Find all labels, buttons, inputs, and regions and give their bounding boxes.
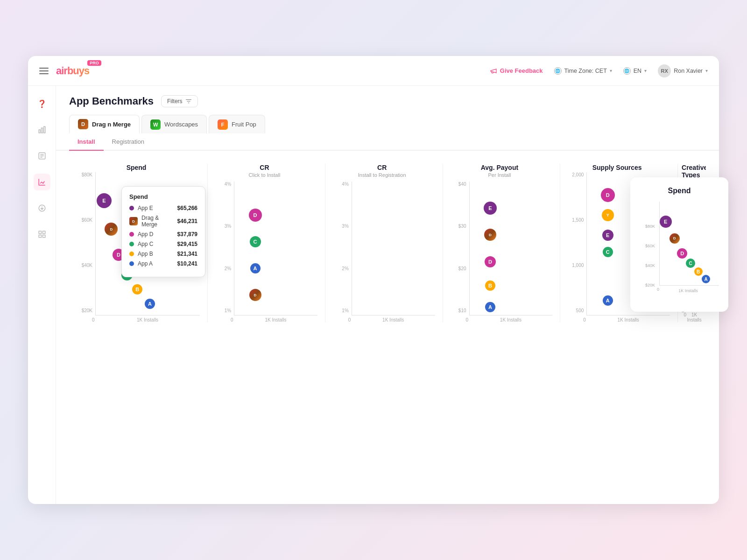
plot-area-cr-install: 0	[352, 182, 435, 315]
tooltip-row-c: App C $29,415	[129, 241, 197, 247]
tooltip-row-dm: D Drag & Merge $46,231	[129, 215, 197, 228]
app-tab-drag-n-merge[interactable]: D Drag n Merge	[69, 115, 140, 133]
svg-rect-0	[39, 130, 40, 133]
spend-tooltip: Spend App E $65,266 D Drag	[121, 186, 205, 277]
bubble-sup-top: Y	[602, 209, 614, 221]
sub-tab-install[interactable]: Install	[69, 133, 104, 151]
bubble-pay-E: E	[484, 202, 497, 215]
charts-area: Spend $80K $60K $40K $20K 0	[56, 151, 719, 504]
scatter-spend: $80K $60K $40K $20K 0 E D	[73, 172, 200, 322]
tooltip-dot-b	[129, 252, 134, 256]
fp-bubble-B: B	[694, 267, 703, 276]
plot-area-avg-payout: 0 E D D B A	[469, 182, 553, 315]
bubble-A-spend: A	[145, 299, 155, 309]
chart-avg-payout: Avg. Payout Per Install $40 $30 $20 $10	[443, 164, 561, 322]
app-tabs: D Drag n Merge W Wordscapes F Fruit Pop	[56, 107, 719, 133]
y-axis-spend: $80K $60K $40K $20K	[73, 172, 95, 322]
filters-label: Filters	[167, 98, 183, 105]
chart-title-cr-install: CR	[329, 164, 435, 171]
user-menu[interactable]: RX Ron Xavier ▾	[658, 64, 708, 77]
svg-rect-11	[42, 235, 45, 238]
bubble-sup-A: A	[603, 295, 613, 306]
svg-rect-8	[39, 231, 41, 233]
chart-subtitle-avg-payout: Per Install	[447, 172, 553, 178]
sidebar-item-analytics[interactable]	[34, 121, 50, 138]
tooltip-row-b: App B $21,341	[129, 251, 197, 257]
page-header: App Benchmarks Filters	[56, 86, 719, 107]
fp-bubble-A: A	[702, 275, 710, 283]
bubble-cr-DM: D	[249, 289, 261, 301]
x-label-creative: 1K Installs	[687, 312, 702, 322]
tooltip-app-icon-dm: D	[129, 217, 138, 225]
sidebar-item-help[interactable]: ❓	[34, 95, 50, 112]
bubble-E: E	[97, 193, 112, 208]
bubble-sup-C: C	[603, 247, 613, 257]
chart-title-spend: Spend	[73, 164, 200, 171]
svg-rect-10	[39, 235, 41, 238]
x-label-cr-install: 1K Installs	[352, 317, 435, 322]
chevron-down-icon-2: ▾	[644, 68, 647, 73]
chevron-down-icon: ▾	[610, 68, 612, 73]
chart-subtitle-cr-click: Click to Install	[211, 172, 317, 178]
timezone-selector[interactable]: 🌐 Time Zone: CET ▾	[554, 67, 612, 75]
sidebar-item-grid[interactable]	[34, 226, 50, 243]
charts-row: Spend $80K $60K $40K $20K 0	[69, 164, 706, 322]
svg-rect-9	[42, 231, 45, 233]
x-label-avg-payout: 1K Installs	[469, 317, 553, 322]
tooltip-row-a: App A $10,241	[129, 260, 197, 267]
hamburger-icon[interactable]	[39, 68, 49, 74]
logo-badge: PRO	[87, 60, 101, 66]
sub-tabs: Install Registration	[56, 133, 719, 151]
main-window: airbuys PRO Give Feedback 🌐 Time Zone: C…	[28, 56, 719, 504]
bubble-cr-D: D	[249, 209, 262, 222]
chart-title-creative: Creative Types	[682, 164, 698, 179]
tooltip-row: App E $65,266	[129, 205, 197, 211]
fp-x-label: 1K Installs	[657, 288, 719, 293]
y-axis-supply: 2,000 1,500 1,000 500	[564, 172, 586, 322]
scatter-cr-install: 4% 3% 2% 1% 0 1K Installs	[329, 182, 435, 322]
app-icon-wordscapes: W	[150, 119, 161, 130]
feedback-button[interactable]: Give Feedback	[490, 67, 543, 75]
tooltip-row-d: App D $37,879	[129, 231, 197, 238]
app-tab-label: Drag n Merge	[92, 121, 131, 128]
fp-bubble-E: E	[660, 216, 672, 228]
scatter-cr-click: 4% 3% 2% 1% 0 D C A	[211, 182, 317, 322]
floating-spend-panel: Spend $80K $60K $40K $20K 0 E D D	[630, 177, 719, 312]
x-label-supply: 1K Installs	[586, 317, 670, 322]
navbar: airbuys PRO Give Feedback 🌐 Time Zone: C…	[28, 56, 719, 86]
app-tab-fruit-pop[interactable]: F Fruit Pop	[209, 115, 265, 133]
fp-bubble-C: C	[686, 259, 695, 268]
app-tab-wordscapes[interactable]: W Wordscapes	[141, 115, 207, 133]
logo: airbuys	[56, 65, 89, 77]
bubble-pay-DM: D	[484, 229, 496, 241]
sidebar-item-reports[interactable]	[34, 147, 50, 164]
app-tab-label-3: Fruit Pop	[232, 121, 256, 128]
svg-rect-1	[41, 128, 42, 133]
chart-title-supply: Supply Sources	[564, 164, 670, 171]
tooltip-dot-d	[129, 232, 134, 237]
bubble-pay-A: A	[485, 302, 495, 312]
app-icon-drag-n-merge: D	[78, 119, 88, 129]
app-tab-label-2: Wordscapes	[164, 121, 198, 128]
sub-tab-registration[interactable]: Registration	[104, 133, 153, 151]
main-content: App Benchmarks Filters D Drag n Merge W …	[56, 86, 719, 504]
chevron-down-icon-3: ▾	[705, 68, 708, 73]
tooltip-dot-a	[129, 261, 134, 266]
navbar-left: airbuys PRO	[39, 65, 101, 77]
plot-area-spend: 0 E D D C B A	[95, 172, 200, 315]
fp-y-axis: $80K $60K $40K $20K	[645, 224, 655, 287]
filters-button[interactable]: Filters	[161, 95, 198, 107]
chart-title-avg-payout: Avg. Payout	[447, 164, 553, 171]
navbar-right: Give Feedback 🌐 Time Zone: CET ▾ 🌐 EN ▾ …	[490, 64, 708, 77]
sidebar: ❓	[28, 86, 56, 504]
sidebar-item-revenue[interactable]	[34, 200, 50, 217]
bubble-DM: D	[105, 223, 118, 236]
sidebar-item-benchmarks[interactable]	[34, 174, 50, 190]
bubble-B: B	[132, 284, 142, 294]
avatar: RX	[658, 64, 671, 77]
y-axis-cr-click: 4% 3% 2% 1%	[211, 182, 234, 322]
language-selector[interactable]: 🌐 EN ▾	[623, 67, 647, 75]
fp-bubble-D: D	[677, 248, 687, 259]
bubble-sup-D: D	[601, 188, 615, 202]
fp-plot: 0 E D D C B A	[659, 202, 719, 286]
